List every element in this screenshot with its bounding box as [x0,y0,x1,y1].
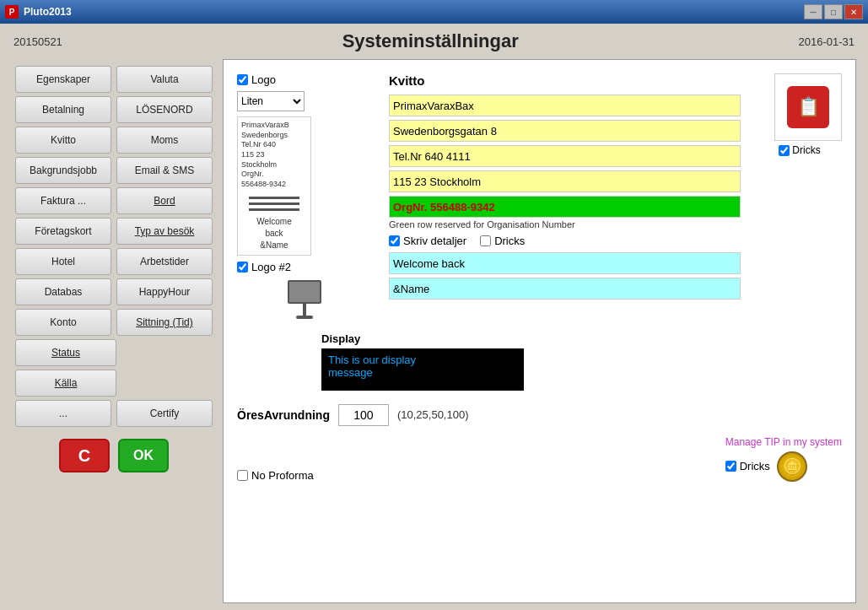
nav-row-4: Bakgrundsjobb Email & SMS [15,157,213,184]
manage-tip-dricks-label: Dricks [725,460,770,472]
nav-status[interactable]: Status [15,339,116,366]
nav-row-11: Källa [15,370,213,397]
bottom-row: No Proforma Manage TIP in my system Dric… [237,436,842,482]
nav-row-8: Databas HappyHour [15,278,213,305]
preview-text: PrimaxVaraxBSwedenborgsTel.Nr 640115 23S… [241,121,307,190]
title-bar-controls: ─ □ ✕ [804,4,863,19]
nav-row-5: Faktura ... Bord [15,187,213,214]
tip-box: 📋 [774,73,842,141]
no-proforma: No Proforma [237,469,314,482]
nav-databas[interactable]: Databas [15,278,111,305]
display-text-box: This is our display message [321,348,524,391]
date-left: 20150521 [13,35,62,48]
nav-moms[interactable]: Moms [116,127,213,154]
preview-lines [241,195,307,213]
no-proforma-checkbox[interactable] [237,470,248,481]
kvitto-fields: Kvitto Green row reserved for Organisati… [389,73,741,319]
nav-arbetstider[interactable]: Arbetstider [116,248,213,275]
main-window: 20150521 Systeminställningar 2016-01-31 … [0,24,868,610]
monitor-base [296,316,313,319]
nav-foretagskort[interactable]: Företagskort [15,218,111,245]
ok-button[interactable]: OK [118,439,169,472]
org-note: Green row reserved for Organisation Numb… [389,219,741,229]
welcome-back-field[interactable] [389,252,741,274]
nav-row-3: Kvitto Moms [15,127,213,154]
logo-checkbox[interactable] [237,74,248,85]
close-button[interactable]: ✕ [844,4,863,19]
nav-row-1: Egenskaper Valuta [15,66,213,93]
kvitto-checkbox-row: Skriv detaljer Dricks [389,235,741,247]
nav-sittning[interactable]: Sittning (Tid) [116,309,213,336]
display-right: Display This is our display message [321,332,524,391]
title-bar-left: P Pluto2013 [5,5,72,19]
nav-valuta[interactable]: Valuta [116,66,213,93]
skriv-detaljer-checkbox[interactable] [389,235,400,246]
app-icon: P [5,5,19,19]
nav-row-7: Hotel Arbetstider [15,248,213,275]
nav-dots[interactable]: ... [15,400,111,427]
company-field[interactable] [389,94,741,116]
nav-bakgrundsjobb[interactable]: Bakgrundsjobb [15,157,111,184]
tip-dricks-label: Dricks [792,144,820,156]
nav-egenskaper[interactable]: Egenskaper [15,66,111,93]
org-nr-field[interactable] [389,196,741,218]
left-panel: Egenskaper Valuta Betalning LÖSENORD Kvi… [8,59,219,610]
phone-field[interactable] [389,145,741,167]
page-title: Systeminställningar [342,30,519,52]
dricks-label-kvitto: Dricks [480,235,525,247]
logo2-checkbox-row: Logo #2 [237,261,372,273]
monitor-head [288,280,321,304]
dricks-checkbox-kvitto[interactable] [480,235,491,246]
preview-line-1 [249,197,299,199]
logo2-checkbox[interactable] [237,262,248,273]
maximize-button[interactable]: □ [824,4,843,19]
nav-kvitto[interactable]: Kvitto [15,127,111,154]
nav-kalla[interactable]: Källa [15,370,116,397]
logo-area: Logo Liten Stor PrimaxVaraxBSwedenborgsT… [237,73,372,319]
tip-dricks-checkbox[interactable] [779,145,790,156]
city-field[interactable] [389,170,741,192]
nav-hotel[interactable]: Hotel [15,248,111,275]
size-select[interactable]: Liten Stor [237,91,305,111]
logo-label: Logo [251,73,276,86]
ores-label: ÖresAvrundning [237,408,330,422]
display-label: Display [321,332,524,345]
nav-bord[interactable]: Bord [116,187,213,214]
nav-row-10: Status [15,339,213,366]
tip-checkbox-row: Dricks [779,144,820,156]
logo2-label: Logo #2 [251,261,291,273]
display-content: Display This is our display message [237,332,842,391]
cancel-button[interactable]: C [59,439,110,472]
tip-icon-char: 📋 [797,96,820,118]
kvitto-title: Kvitto [389,73,741,88]
tip-area: 📋 Dricks [757,73,842,319]
ores-options: (10,25,50,100) [397,408,469,421]
nav-faktura[interactable]: Faktura ... [15,187,111,214]
title-bar: P Pluto2013 ─ □ ✕ [0,0,868,24]
nav-happyhour[interactable]: HappyHour [116,278,213,305]
tip-bottom-row: Dricks 🪙 [725,451,842,482]
nav-row-6: Företagskort Typ av besök [15,218,213,245]
logo-checkbox-row: Logo [237,73,372,86]
app-title: Pluto2013 [24,6,72,18]
minimize-button[interactable]: ─ [804,4,822,19]
nav-betalning[interactable]: Betalning [15,96,111,123]
name-field[interactable] [389,278,741,300]
right-panel: Logo Liten Stor PrimaxVaraxBSwedenborgsT… [223,59,856,603]
monitor-stand [303,304,306,316]
nav-certify[interactable]: Certify [116,400,213,427]
nav-row-12: ... Certify [15,400,213,427]
nav-typ-av-besok[interactable]: Typ av besök [116,218,213,245]
nav-email-sms[interactable]: Email & SMS [116,157,213,184]
size-dropdown-row: Liten Stor [237,91,372,111]
bottom-buttons: C OK [15,430,213,481]
display-section: Display This is our display message [237,332,842,391]
logo-preview-box: PrimaxVaraxBSwedenborgsTel.Nr 640115 23S… [237,116,311,256]
no-proforma-label: No Proforma [251,469,314,482]
manage-tip-dricks-checkbox[interactable] [725,461,736,472]
header-bar: 20150521 Systeminställningar 2016-01-31 [0,24,868,59]
nav-losenord[interactable]: LÖSENORD [116,96,213,123]
ores-input[interactable] [338,404,389,426]
nav-konto[interactable]: Konto [15,309,111,336]
street-field[interactable] [389,120,741,142]
